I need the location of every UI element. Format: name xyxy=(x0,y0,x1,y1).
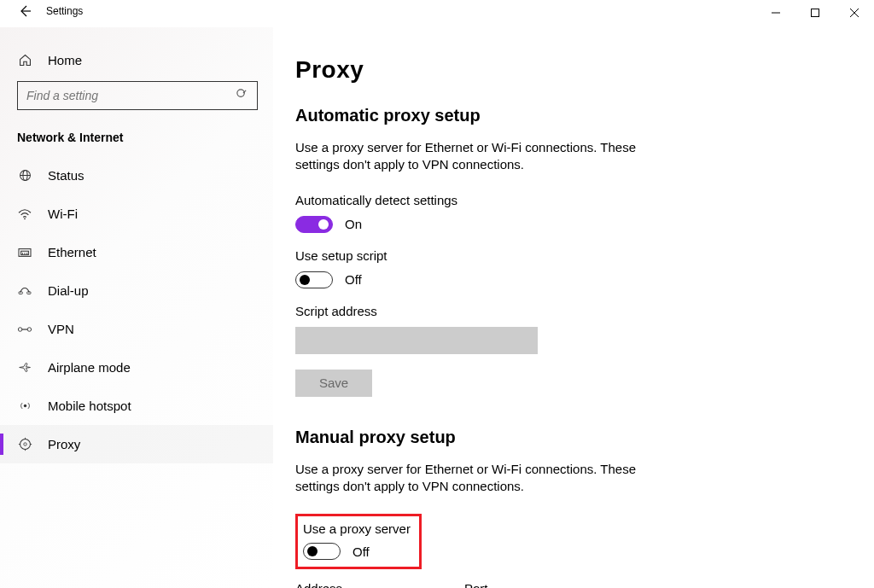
ethernet-icon xyxy=(17,247,32,259)
auto-proxy-heading: Automatic proxy setup xyxy=(295,106,874,125)
dialup-icon xyxy=(17,285,32,297)
globe-icon xyxy=(17,168,32,183)
sidebar-item-label: Wi-Fi xyxy=(48,207,78,221)
close-button[interactable] xyxy=(835,0,874,26)
sidebar-item-hotspot[interactable]: Mobile hotspot xyxy=(0,387,273,425)
maximize-button[interactable] xyxy=(795,0,835,26)
title-bar: Settings xyxy=(0,0,874,27)
svg-rect-2 xyxy=(812,9,819,17)
sidebar: Home Network & Internet Status Wi-Fi xyxy=(0,27,273,588)
sidebar-item-label: Dial-up xyxy=(48,283,89,298)
auto-detect-state: On xyxy=(345,217,362,231)
auto-detect-label: Automatically detect settings xyxy=(295,193,874,207)
svg-point-22 xyxy=(20,440,30,450)
sidebar-item-dialup[interactable]: Dial-up xyxy=(0,271,273,310)
home-icon xyxy=(17,53,32,67)
sidebar-item-ethernet[interactable]: Ethernet xyxy=(0,233,273,271)
svg-rect-17 xyxy=(27,291,31,294)
back-button[interactable] xyxy=(19,5,31,17)
main-content: Proxy Automatic proxy setup Use a proxy … xyxy=(273,27,874,588)
search-icon xyxy=(236,88,248,103)
sidebar-section-title: Network & Internet xyxy=(0,125,273,156)
home-nav[interactable]: Home xyxy=(0,44,273,76)
sidebar-item-vpn[interactable]: VPN xyxy=(0,310,273,348)
setup-script-state: Off xyxy=(345,272,362,287)
svg-point-19 xyxy=(27,327,32,331)
search-box[interactable] xyxy=(17,81,258,110)
manual-proxy-description: Use a proxy server for Ethernet or Wi-Fi… xyxy=(295,461,662,496)
page-title: Proxy xyxy=(295,56,874,84)
script-address-label: Script address xyxy=(295,304,874,318)
app-title: Settings xyxy=(46,5,83,17)
svg-point-18 xyxy=(18,327,22,331)
sidebar-item-label: Mobile hotspot xyxy=(48,399,131,413)
svg-point-10 xyxy=(24,218,26,219)
sidebar-item-status[interactable]: Status xyxy=(0,156,273,195)
home-label: Home xyxy=(48,53,82,67)
airplane-icon xyxy=(17,360,32,375)
auto-detect-toggle[interactable] xyxy=(295,216,333,233)
use-proxy-toggle[interactable] xyxy=(303,543,341,560)
sidebar-item-label: VPN xyxy=(48,322,74,336)
vpn-icon xyxy=(17,324,32,335)
sidebar-item-label: Airplane mode xyxy=(48,360,131,375)
port-label: Port xyxy=(464,581,531,588)
wifi-icon xyxy=(17,208,32,220)
address-label: Address xyxy=(295,581,439,588)
search-input[interactable] xyxy=(26,89,223,102)
sidebar-item-label: Ethernet xyxy=(48,245,96,259)
manual-proxy-heading: Manual proxy setup xyxy=(295,428,874,447)
use-proxy-state: Off xyxy=(353,544,370,559)
auto-proxy-description: Use a proxy server for Ethernet or Wi-Fi… xyxy=(295,139,662,174)
script-address-input[interactable] xyxy=(295,327,538,354)
svg-point-21 xyxy=(23,405,26,407)
sidebar-item-airplane[interactable]: Airplane mode xyxy=(0,348,273,387)
use-proxy-label: Use a proxy server xyxy=(303,521,411,536)
sidebar-item-label: Status xyxy=(48,168,84,183)
minimize-button[interactable] xyxy=(756,0,795,26)
setup-script-toggle[interactable] xyxy=(295,271,333,288)
save-button[interactable]: Save xyxy=(295,370,372,397)
proxy-icon xyxy=(17,437,32,451)
sidebar-item-wifi[interactable]: Wi-Fi xyxy=(0,195,273,233)
highlight-annotation: Use a proxy server Off xyxy=(295,514,422,569)
svg-point-23 xyxy=(23,443,26,445)
sidebar-item-label: Proxy xyxy=(48,437,80,451)
setup-script-label: Use setup script xyxy=(295,248,874,263)
svg-rect-16 xyxy=(19,291,22,294)
hotspot-icon xyxy=(17,399,32,413)
sidebar-item-proxy[interactable]: Proxy xyxy=(0,425,273,463)
